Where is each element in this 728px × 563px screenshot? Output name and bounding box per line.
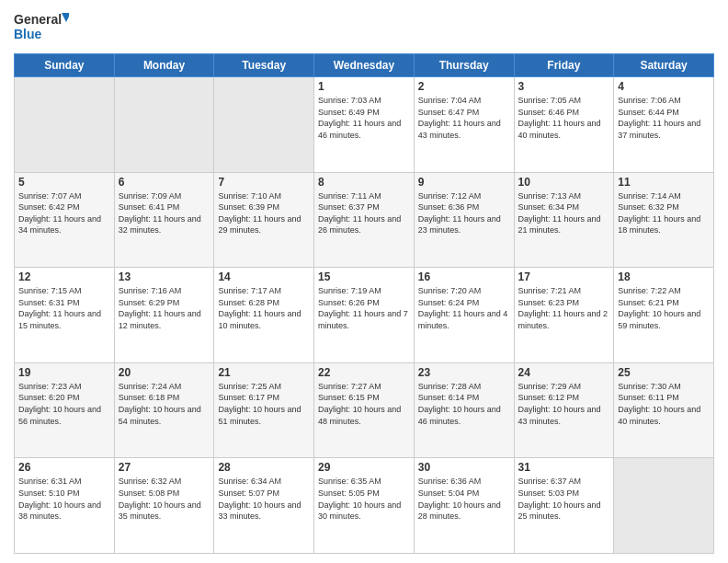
calendar-cell: 3Sunrise: 7:05 AMSunset: 6:46 PMDaylight…	[514, 77, 614, 173]
day-number: 8	[318, 176, 410, 189]
cell-content: Sunrise: 6:37 AMSunset: 5:03 PMDaylight:…	[518, 476, 610, 522]
calendar-cell	[114, 77, 214, 173]
day-number: 18	[618, 270, 710, 283]
header: General Blue	[14, 9, 714, 46]
day-number: 31	[518, 461, 610, 474]
calendar-cell	[214, 77, 314, 173]
cell-content: Sunrise: 7:20 AMSunset: 6:24 PMDaylight:…	[418, 285, 510, 331]
cell-content: Sunrise: 7:29 AMSunset: 6:12 PMDaylight:…	[518, 381, 610, 427]
calendar-cell	[15, 77, 115, 173]
calendar-cell: 28Sunrise: 6:34 AMSunset: 5:07 PMDayligh…	[214, 458, 314, 554]
calendar-cell: 8Sunrise: 7:11 AMSunset: 6:37 PMDaylight…	[314, 172, 415, 268]
day-number: 6	[119, 176, 210, 189]
day-number: 5	[18, 176, 110, 189]
cell-content: Sunrise: 7:05 AMSunset: 6:46 PMDaylight:…	[518, 95, 610, 141]
cell-content: Sunrise: 6:31 AMSunset: 5:10 PMDaylight:…	[18, 476, 110, 522]
calendar-cell: 21Sunrise: 7:25 AMSunset: 6:17 PMDayligh…	[214, 362, 314, 458]
cell-content: Sunrise: 7:17 AMSunset: 6:28 PMDaylight:…	[218, 285, 310, 331]
cell-content: Sunrise: 7:25 AMSunset: 6:17 PMDaylight:…	[218, 381, 310, 427]
day-number: 2	[418, 80, 510, 93]
calendar-cell	[614, 458, 714, 554]
cell-content: Sunrise: 7:09 AMSunset: 6:41 PMDaylight:…	[119, 190, 210, 236]
cell-content: Sunrise: 7:21 AMSunset: 6:23 PMDaylight:…	[518, 285, 610, 331]
day-number: 12	[18, 270, 110, 283]
calendar-cell: 27Sunrise: 6:32 AMSunset: 5:08 PMDayligh…	[114, 458, 214, 554]
calendar-week-4: 19Sunrise: 7:23 AMSunset: 6:20 PMDayligh…	[15, 362, 714, 458]
day-number: 23	[418, 366, 510, 379]
day-number: 3	[518, 80, 610, 93]
day-number: 20	[119, 366, 210, 379]
day-number: 25	[618, 366, 710, 379]
cell-content: Sunrise: 7:27 AMSunset: 6:15 PMDaylight:…	[318, 381, 410, 427]
calendar-table: SundayMondayTuesdayWednesdayThursdayFrid…	[14, 53, 714, 554]
calendar-cell: 23Sunrise: 7:28 AMSunset: 6:14 PMDayligh…	[414, 362, 514, 458]
cell-content: Sunrise: 7:19 AMSunset: 6:26 PMDaylight:…	[318, 285, 410, 331]
calendar-week-2: 5Sunrise: 7:07 AMSunset: 6:42 PMDaylight…	[15, 172, 714, 268]
cell-content: Sunrise: 7:30 AMSunset: 6:11 PMDaylight:…	[618, 381, 710, 427]
calendar-week-1: 1Sunrise: 7:03 AMSunset: 6:49 PMDaylight…	[15, 77, 714, 173]
calendar-cell: 19Sunrise: 7:23 AMSunset: 6:20 PMDayligh…	[15, 362, 115, 458]
calendar-week-3: 12Sunrise: 7:15 AMSunset: 6:31 PMDayligh…	[15, 268, 714, 363]
day-number: 10	[518, 176, 610, 189]
day-number: 26	[18, 461, 110, 474]
day-number: 7	[218, 176, 310, 189]
calendar-cell: 15Sunrise: 7:19 AMSunset: 6:26 PMDayligh…	[314, 268, 415, 363]
calendar-cell: 25Sunrise: 7:30 AMSunset: 6:11 PMDayligh…	[614, 362, 714, 458]
day-number: 14	[218, 270, 310, 283]
cell-content: Sunrise: 7:13 AMSunset: 6:34 PMDaylight:…	[518, 190, 610, 236]
calendar-header-row: SundayMondayTuesdayWednesdayThursdayFrid…	[15, 54, 714, 77]
day-number: 17	[518, 270, 610, 283]
calendar-cell: 13Sunrise: 7:16 AMSunset: 6:29 PMDayligh…	[114, 268, 214, 363]
cell-content: Sunrise: 6:35 AMSunset: 5:05 PMDaylight:…	[318, 476, 410, 522]
cell-content: Sunrise: 7:15 AMSunset: 6:31 PMDaylight:…	[18, 285, 110, 331]
calendar-cell: 7Sunrise: 7:10 AMSunset: 6:39 PMDaylight…	[214, 172, 314, 268]
calendar-cell: 16Sunrise: 7:20 AMSunset: 6:24 PMDayligh…	[414, 268, 514, 363]
day-number: 11	[618, 176, 710, 189]
cell-content: Sunrise: 6:32 AMSunset: 5:08 PMDaylight:…	[119, 476, 210, 522]
logo: General Blue	[14, 9, 69, 46]
calendar-cell: 29Sunrise: 6:35 AMSunset: 5:05 PMDayligh…	[314, 458, 415, 554]
day-number: 30	[418, 461, 510, 474]
day-number: 27	[119, 461, 210, 474]
day-header-thursday: Thursday	[414, 54, 514, 77]
calendar-cell: 22Sunrise: 7:27 AMSunset: 6:15 PMDayligh…	[314, 362, 415, 458]
svg-marker-2	[62, 13, 69, 22]
day-number: 13	[119, 270, 210, 283]
day-header-monday: Monday	[114, 54, 214, 77]
cell-content: Sunrise: 7:10 AMSunset: 6:39 PMDaylight:…	[218, 190, 310, 236]
calendar-cell: 6Sunrise: 7:09 AMSunset: 6:41 PMDaylight…	[114, 172, 214, 268]
cell-content: Sunrise: 7:14 AMSunset: 6:32 PMDaylight:…	[618, 190, 710, 236]
calendar-cell: 12Sunrise: 7:15 AMSunset: 6:31 PMDayligh…	[15, 268, 115, 363]
cell-content: Sunrise: 7:28 AMSunset: 6:14 PMDaylight:…	[418, 381, 510, 427]
svg-text:Blue: Blue	[14, 27, 42, 41]
day-header-sunday: Sunday	[15, 54, 115, 77]
cell-content: Sunrise: 7:11 AMSunset: 6:37 PMDaylight:…	[318, 190, 410, 236]
cell-content: Sunrise: 7:06 AMSunset: 6:44 PMDaylight:…	[618, 95, 710, 141]
calendar-cell: 14Sunrise: 7:17 AMSunset: 6:28 PMDayligh…	[214, 268, 314, 363]
cell-content: Sunrise: 7:24 AMSunset: 6:18 PMDaylight:…	[119, 381, 210, 427]
calendar-cell: 4Sunrise: 7:06 AMSunset: 6:44 PMDaylight…	[614, 77, 714, 173]
calendar-cell: 24Sunrise: 7:29 AMSunset: 6:12 PMDayligh…	[514, 362, 614, 458]
calendar-cell: 11Sunrise: 7:14 AMSunset: 6:32 PMDayligh…	[614, 172, 714, 268]
day-header-wednesday: Wednesday	[314, 54, 415, 77]
calendar-cell: 18Sunrise: 7:22 AMSunset: 6:21 PMDayligh…	[614, 268, 714, 363]
page: General Blue SundayMondayTuesdayWednesda…	[0, 0, 728, 563]
calendar-cell: 5Sunrise: 7:07 AMSunset: 6:42 PMDaylight…	[15, 172, 115, 268]
day-header-friday: Friday	[514, 54, 614, 77]
calendar-cell: 2Sunrise: 7:04 AMSunset: 6:47 PMDaylight…	[414, 77, 514, 173]
day-number: 19	[18, 366, 110, 379]
cell-content: Sunrise: 7:23 AMSunset: 6:20 PMDaylight:…	[18, 381, 110, 427]
cell-content: Sunrise: 7:03 AMSunset: 6:49 PMDaylight:…	[318, 95, 410, 141]
day-number: 21	[218, 366, 310, 379]
day-header-tuesday: Tuesday	[214, 54, 314, 77]
svg-text:General: General	[14, 12, 62, 27]
calendar-cell: 26Sunrise: 6:31 AMSunset: 5:10 PMDayligh…	[15, 458, 115, 554]
cell-content: Sunrise: 6:34 AMSunset: 5:07 PMDaylight:…	[218, 476, 310, 522]
day-number: 4	[618, 80, 710, 93]
calendar-cell: 30Sunrise: 6:36 AMSunset: 5:04 PMDayligh…	[414, 458, 514, 554]
cell-content: Sunrise: 7:12 AMSunset: 6:36 PMDaylight:…	[418, 190, 510, 236]
cell-content: Sunrise: 7:16 AMSunset: 6:29 PMDaylight:…	[119, 285, 210, 331]
calendar-cell: 10Sunrise: 7:13 AMSunset: 6:34 PMDayligh…	[514, 172, 614, 268]
cell-content: Sunrise: 6:36 AMSunset: 5:04 PMDaylight:…	[418, 476, 510, 522]
calendar-cell: 31Sunrise: 6:37 AMSunset: 5:03 PMDayligh…	[514, 458, 614, 554]
